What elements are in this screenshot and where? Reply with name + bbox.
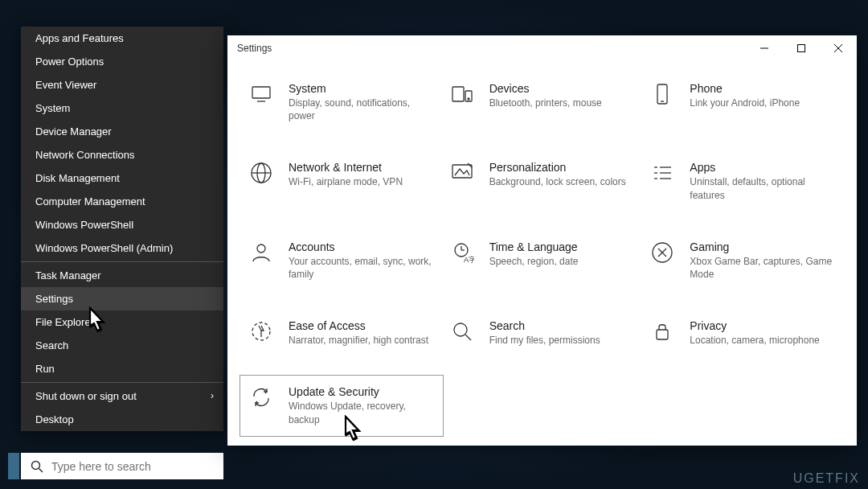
close-button[interactable] <box>820 35 857 61</box>
svg-rect-32 <box>657 330 668 339</box>
search-icon <box>449 319 475 345</box>
category-text: Ease of Access Narrator, magnifier, high… <box>289 319 435 347</box>
menu-item-search[interactable]: Search <box>21 334 223 357</box>
category-apps[interactable]: Apps Uninstall, defaults, optional featu… <box>645 156 841 206</box>
category-title: System <box>289 82 435 95</box>
category-title: Apps <box>690 161 836 174</box>
menu-item-device-manager[interactable]: Device Manager <box>21 120 223 143</box>
chevron-right-icon: › <box>211 390 214 401</box>
menu-item-disk-management[interactable]: Disk Management <box>21 166 223 190</box>
phone-icon <box>649 82 675 108</box>
minimize-button[interactable] <box>746 35 783 61</box>
search-icon <box>31 460 43 473</box>
menu-item-windows-powershell-admin-[interactable]: Windows PowerShell (Admin) <box>21 236 223 260</box>
category-desc: Your accounts, email, sync, work, family <box>289 255 435 281</box>
category-text: Time & Language Speech, region, date <box>489 240 636 281</box>
category-title: Privacy <box>690 319 836 332</box>
menu-item-windows-powershell[interactable]: Windows PowerShell <box>21 213 223 236</box>
menu-item-file-explorer[interactable]: File Explorer <box>21 310 223 334</box>
menu-item-apps-and-features[interactable]: Apps and Features <box>21 27 223 50</box>
window-controls <box>746 35 857 61</box>
category-title: Devices <box>489 82 636 95</box>
category-title: Gaming <box>690 240 836 253</box>
category-title: Update & Security <box>289 385 435 398</box>
category-text: System Display, sound, notifications, po… <box>289 82 435 122</box>
category-desc: Uninstall, defaults, optional features <box>690 175 836 201</box>
menu-separator <box>21 261 223 262</box>
svg-line-1 <box>39 468 43 472</box>
menu-item-network-connections[interactable]: Network Connections <box>21 143 223 166</box>
menu-item-system[interactable]: System <box>21 97 223 120</box>
category-desc: Display, sound, notifications, power <box>289 97 435 122</box>
search-input[interactable] <box>51 460 214 473</box>
svg-rect-3 <box>798 45 805 52</box>
category-update[interactable]: Update & Security Windows Update, recove… <box>240 375 444 436</box>
accounts-icon <box>248 240 274 266</box>
category-desc: Bluetooth, printers, mouse <box>489 97 636 109</box>
menu-item-computer-management[interactable]: Computer Management <box>21 190 223 213</box>
category-accounts[interactable]: Accounts Your accounts, email, sync, wor… <box>244 236 440 286</box>
category-desc: Link your Android, iPhone <box>690 97 836 109</box>
svg-rect-6 <box>252 87 270 98</box>
svg-text:A字: A字 <box>464 256 474 264</box>
category-text: Apps Uninstall, defaults, optional featu… <box>690 161 836 201</box>
menu-item-event-viewer[interactable]: Event Viewer <box>21 73 223 97</box>
category-title: Ease of Access <box>289 319 435 332</box>
category-desc: Find my files, permissions <box>489 334 636 347</box>
menu-item-shut-down-or-sign-out[interactable]: Shut down or sign out› <box>21 384 223 408</box>
category-search[interactable]: Search Find my files, permissions <box>444 314 641 351</box>
taskbar-search[interactable] <box>21 453 223 479</box>
category-title: Personalization <box>489 161 636 174</box>
menu-item-settings[interactable]: Settings <box>21 287 223 310</box>
winx-context-menu: Apps and FeaturesPower OptionsEvent View… <box>21 27 223 431</box>
category-devices[interactable]: Devices Bluetooth, printers, mouse <box>444 77 641 127</box>
category-text: Privacy Location, camera, microphone <box>690 319 836 347</box>
category-title: Network & Internet <box>289 161 435 174</box>
category-desc: Xbox Game Bar, captures, Game Mode <box>690 255 836 281</box>
svg-point-30 <box>454 323 467 336</box>
svg-line-31 <box>465 335 471 340</box>
category-desc: Background, lock screen, colors <box>489 175 636 188</box>
svg-rect-8 <box>452 87 464 101</box>
category-network[interactable]: Network & Internet Wi-Fi, airplane mode,… <box>244 156 440 206</box>
maximize-button[interactable] <box>783 35 820 61</box>
category-desc: Location, camera, microphone <box>690 334 836 347</box>
menu-item-task-manager[interactable]: Task Manager <box>21 264 223 287</box>
devices-icon <box>449 82 475 108</box>
menu-item-run[interactable]: Run <box>21 357 223 380</box>
category-privacy[interactable]: Privacy Location, camera, microphone <box>645 314 841 351</box>
category-desc: Wi-Fi, airplane mode, VPN <box>289 175 435 188</box>
system-icon <box>248 82 274 108</box>
category-text: Search Find my files, permissions <box>489 319 636 347</box>
category-text: Personalization Background, lock screen,… <box>489 161 636 201</box>
category-text: Phone Link your Android, iPhone <box>690 82 836 122</box>
category-phone[interactable]: Phone Link your Android, iPhone <box>645 77 841 127</box>
category-text: Network & Internet Wi-Fi, airplane mode,… <box>289 161 435 201</box>
svg-point-10 <box>468 98 469 100</box>
window-title: Settings <box>237 43 272 54</box>
category-ease[interactable]: Ease of Access Narrator, magnifier, high… <box>244 314 440 351</box>
time-icon: A字 <box>449 240 475 266</box>
menu-item-desktop[interactable]: Desktop <box>21 408 223 431</box>
category-time[interactable]: A字 Time & Language Speech, region, date <box>444 236 641 286</box>
category-text: Devices Bluetooth, printers, mouse <box>489 82 636 122</box>
ease-icon <box>248 319 274 345</box>
category-text: Update & Security Windows Update, recove… <box>289 385 435 425</box>
menu-item-power-options[interactable]: Power Options <box>21 50 223 73</box>
start-button-fragment[interactable] <box>8 453 19 479</box>
settings-window: Settings System Display, sound, notifica… <box>227 35 857 446</box>
category-desc: Narrator, magnifier, high contrast <box>289 334 435 347</box>
category-personalization[interactable]: Personalization Background, lock screen,… <box>444 156 641 206</box>
svg-point-0 <box>32 461 40 469</box>
update-icon <box>248 385 274 411</box>
category-system[interactable]: System Display, sound, notifications, po… <box>244 77 440 127</box>
menu-separator <box>21 382 223 383</box>
gaming-icon <box>649 240 675 266</box>
watermark: UGETFIX <box>793 471 860 486</box>
category-title: Phone <box>690 82 836 95</box>
category-desc: Windows Update, recovery, backup <box>289 400 435 425</box>
category-gaming[interactable]: Gaming Xbox Game Bar, captures, Game Mod… <box>645 236 841 286</box>
category-text: Accounts Your accounts, email, sync, wor… <box>289 240 435 281</box>
category-desc: Speech, region, date <box>489 255 636 268</box>
category-title: Time & Language <box>489 240 636 253</box>
